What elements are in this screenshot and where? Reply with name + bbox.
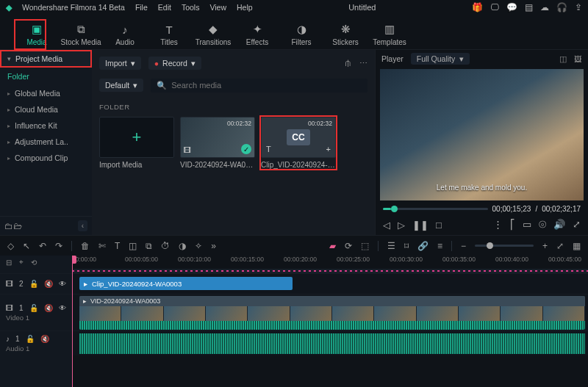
pause-button[interactable]: ❚❚ [412, 220, 429, 231]
speed-icon[interactable]: ⏱ [161, 241, 170, 251]
mute-icon[interactable]: 🔇 [44, 304, 53, 312]
eye-icon[interactable]: 👁 [59, 280, 66, 288]
clip-cc[interactable]: ▸ Clip_VID-20240924-WA0003 [79, 277, 293, 290]
import-button[interactable]: Import▾ [99, 57, 141, 70]
lock-icon[interactable]: 🔓 [29, 304, 38, 312]
link-tracks-icon[interactable]: ⊟ [6, 258, 12, 267]
lock-icon[interactable]: 🔓 [29, 280, 38, 288]
folder-label[interactable]: Folder [0, 68, 92, 85]
quality-select[interactable]: Full Quality▾ [411, 53, 470, 65]
message-icon[interactable]: 💬 [506, 2, 517, 12]
delete-icon[interactable]: 🗑 [81, 241, 90, 251]
collapse-sidebar-button[interactable]: ‹ [78, 220, 87, 231]
menu-help[interactable]: Help [237, 3, 253, 12]
library-icon[interactable]: ▤ [525, 2, 533, 12]
playhead-handle[interactable] [72, 256, 76, 264]
tab-titles[interactable]: TTitles [148, 23, 190, 49]
stop-button[interactable]: □ [436, 220, 442, 231]
new-bin-icon[interactable]: 🗁 [13, 221, 22, 231]
fit-icon[interactable]: ⤢ [556, 241, 564, 251]
pointer-tool-icon[interactable]: ◇ [7, 241, 14, 251]
track-cc[interactable]: ▸ Clip_VID-20240924-WA0003 [72, 273, 588, 294]
more-tools-icon[interactable]: » [211, 241, 216, 251]
track-opts-icon[interactable]: ☰ [387, 241, 395, 251]
track-audio1[interactable] [72, 330, 588, 355]
select-tool-icon[interactable]: ↖ [23, 241, 30, 251]
marker-tool-icon[interactable]: ⬚ [361, 241, 369, 251]
mark-in-icon[interactable]: ⎡ [510, 219, 515, 231]
media-tile-video[interactable]: 00:02:32 🎞 ✓ VID-20240924-WA0003 [180, 117, 255, 169]
zoom-handle[interactable] [487, 242, 493, 249]
copy-icon[interactable]: ⧉ [146, 241, 152, 251]
tab-media[interactable]: ▣ Media [16, 23, 57, 49]
tab-audio[interactable]: ♪Audio [104, 23, 146, 49]
playhead-dot[interactable] [391, 206, 398, 212]
ai-icon[interactable]: ✧ [195, 241, 202, 251]
color-icon[interactable]: ◑ [179, 241, 186, 251]
prev-frame-button[interactable]: ◁ [383, 220, 390, 231]
redo-icon[interactable]: ↷ [55, 241, 62, 251]
ai-badge-icon[interactable]: ▰ [329, 241, 336, 251]
more-play-icon[interactable]: ⋮ [493, 219, 503, 231]
track-header-audio1[interactable]: ♪1🔓🔇 Audio 1 [0, 330, 72, 355]
sidebar-item-influence-kit[interactable]: ▸Influence Kit [0, 117, 92, 134]
sidebar-item-compound-clip[interactable]: ▸Compound Clip [0, 150, 92, 166]
compare-icon[interactable]: ◫ [559, 54, 567, 63]
clip-audio[interactable] [79, 333, 585, 354]
tab-templates[interactable]: ▥Templates [369, 23, 410, 49]
zoom-out-icon[interactable]: − [461, 241, 466, 251]
more-icon[interactable]: ⋯ [359, 59, 368, 68]
tab-transitions[interactable]: ◆Transitions [193, 23, 234, 49]
media-tile-cc[interactable]: 00:02:32 CC T + Clip_VID-20240924-W... [261, 117, 336, 169]
layout-icon[interactable]: ▦ [573, 241, 581, 251]
text-tool-icon[interactable]: T [115, 241, 120, 251]
render-icon[interactable]: ⟳ [345, 241, 352, 251]
camera-icon[interactable]: ⦾ [539, 219, 546, 231]
magnet-icon[interactable]: ⌖ [19, 258, 24, 267]
tab-stickers[interactable]: ❋Stickers [325, 23, 366, 49]
headset-icon[interactable]: 🎧 [556, 2, 567, 12]
monitor-icon[interactable]: 🖵 [490, 2, 499, 12]
cloud-icon[interactable]: ☁ [540, 2, 549, 12]
mute-icon[interactable]: 🔇 [40, 335, 49, 343]
clip-video[interactable]: ▸VID-20240924-WA0003 [79, 296, 585, 330]
export-icon[interactable]: ⇪ [575, 2, 582, 12]
tab-filters[interactable]: ◑Filters [281, 23, 322, 49]
gift-icon[interactable]: 🎁 [472, 2, 483, 12]
zoom-in-icon[interactable]: + [542, 241, 548, 251]
timeline-canvas[interactable]: 00:00:0000:00:05:0000:00:10:0000:00:15:0… [72, 256, 588, 387]
track-header-cc[interactable]: 🎞2 🔓 🔇 👁 [0, 273, 72, 294]
menu-edit[interactable]: Edit [158, 3, 171, 12]
progress-bar[interactable] [383, 208, 488, 210]
add-icon[interactable]: + [326, 145, 331, 153]
filter-icon[interactable]: ⫛ [344, 59, 352, 68]
snap-icon[interactable]: ⌑ [404, 241, 409, 251]
display-icon[interactable]: ▭ [523, 219, 531, 231]
play-button[interactable]: ▷ [398, 220, 405, 231]
new-folder-icon[interactable]: 🗀 [4, 221, 13, 231]
import-media-tile[interactable]: + Import Media [99, 117, 174, 169]
zoom-slider[interactable] [475, 245, 534, 247]
menu-view[interactable]: View [209, 3, 226, 12]
search-media-field[interactable]: 🔍 [151, 79, 368, 93]
tab-stock-media[interactable]: ⧉Stock Media [60, 23, 101, 49]
cut-icon[interactable]: ✄ [98, 241, 106, 251]
track-video1[interactable]: ▸VID-20240924-WA0003 [72, 294, 588, 330]
track-header-video1[interactable]: 🎞1🔓🔇👁 Video 1 [0, 294, 72, 330]
mute-icon[interactable]: 🔇 [44, 280, 53, 288]
mixer-icon[interactable]: ≡ [437, 241, 442, 251]
menu-tools[interactable]: Tools [182, 3, 200, 12]
sidebar-item-adjustment-layer[interactable]: ▸Adjustment La.. [0, 134, 92, 150]
sort-default-button[interactable]: Default▾ [99, 79, 143, 92]
volume-icon[interactable]: 🔊 [553, 219, 565, 231]
search-input[interactable] [171, 81, 362, 90]
crop-icon[interactable]: ◫ [129, 241, 137, 251]
fullscreen-icon[interactable]: ⤢ [573, 219, 581, 231]
undo-icon[interactable]: ↶ [39, 241, 46, 251]
sidebar-item-cloud-media[interactable]: ▸Cloud Media [0, 101, 92, 117]
time-ruler[interactable]: 00:00:0000:00:05:0000:00:10:0000:00:15:0… [72, 256, 588, 269]
sidebar-item-global-media[interactable]: ▸Global Media [0, 85, 92, 101]
lock-icon[interactable]: 🔓 [26, 335, 35, 343]
playhead[interactable] [72, 256, 73, 387]
project-media-header[interactable]: ▾ Project Media [0, 50, 92, 68]
